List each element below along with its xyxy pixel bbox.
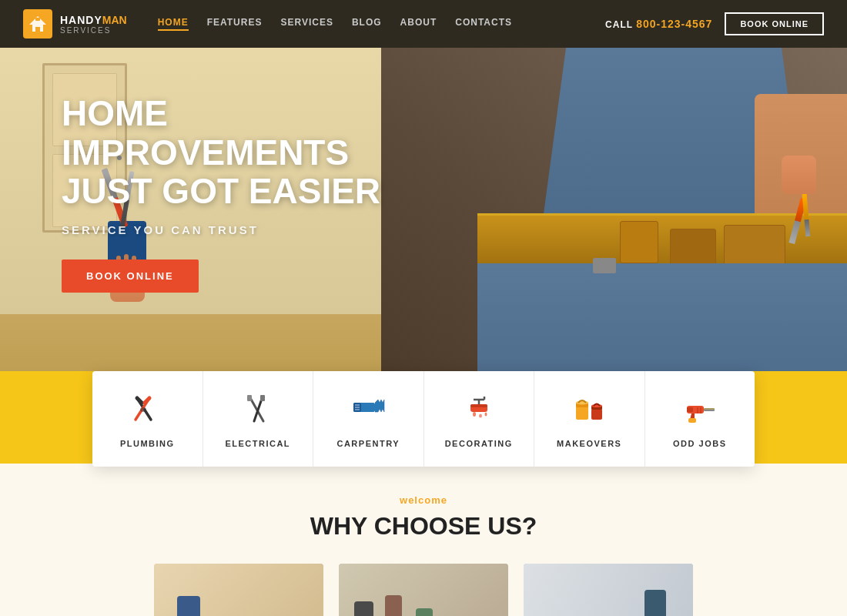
svg-point-22	[479, 414, 482, 418]
electrical-icon	[238, 390, 278, 430]
why-card-1	[154, 564, 323, 616]
nav-links: HOME FEATURES SERVICES BLOG ABOUT CONTAC…	[158, 17, 605, 31]
svg-rect-27	[591, 409, 602, 420]
nav-about[interactable]: ABOUT	[400, 17, 437, 31]
why-choose-section: welcome WHY CHOOSE US?	[0, 464, 847, 616]
logo-services: SERVICES	[60, 26, 127, 35]
svg-rect-36	[688, 418, 696, 423]
svg-point-26	[576, 401, 588, 405]
service-decorating[interactable]: DECORATING	[424, 371, 535, 467]
why-card-2	[339, 564, 508, 616]
plumbing-icon	[127, 390, 167, 430]
logo-man: MAN	[102, 14, 127, 26]
svg-point-21	[473, 412, 476, 417]
services-strip-container: PLUMBING ELECTRICAL	[0, 371, 847, 467]
hero-section: HOME IMPROVEMENTS JUST GOT EASIER SERVIC…	[0, 48, 847, 417]
decorating-icon	[459, 390, 499, 430]
navbar: HANDYMAN SERVICES HOME FEATURES SERVICES…	[0, 0, 847, 48]
services-strip: PLUMBING ELECTRICAL	[92, 371, 755, 467]
svg-point-29	[591, 404, 602, 407]
nav-home[interactable]: HOME	[158, 17, 189, 31]
nav-services[interactable]: SERVICES	[280, 17, 333, 31]
plumbing-label: PLUMBING	[120, 439, 175, 448]
why-welcome-text: welcome	[0, 494, 847, 506]
logo-handy: HANDY	[60, 14, 102, 26]
service-makeovers[interactable]: MAKEOVERS	[534, 371, 645, 467]
book-online-hero-button[interactable]: BOOK ONLINE	[62, 259, 199, 293]
svg-rect-10	[260, 395, 265, 401]
service-plumbing[interactable]: PLUMBING	[92, 371, 203, 467]
svg-rect-17	[470, 404, 487, 407]
svg-rect-1	[35, 18, 40, 21]
yellow-section: PLUMBING ELECTRICAL	[0, 371, 847, 464]
hero-subtitle: SERVICE YOU CAN TRUST	[62, 223, 431, 236]
nav-contacts[interactable]: CONTACTS	[455, 17, 512, 31]
svg-rect-31	[687, 407, 693, 412]
svg-rect-8	[247, 395, 252, 401]
why-cards	[0, 564, 847, 616]
oddjobs-icon	[680, 390, 720, 430]
why-title: WHY CHOOSE US?	[0, 512, 847, 541]
book-online-nav-button[interactable]: BOOK ONLINE	[725, 12, 824, 35]
svg-line-6	[145, 398, 149, 403]
carpentry-label: CARPENTRY	[336, 439, 400, 448]
makeovers-label: MAKEOVERS	[557, 439, 621, 448]
logo[interactable]: HANDYMAN SERVICES	[23, 9, 127, 38]
logo-text: HANDYMAN SERVICES	[60, 13, 127, 35]
nav-features[interactable]: FEATURES	[207, 17, 263, 31]
nav-right: CALL 800-123-4567 BOOK ONLINE	[605, 12, 824, 35]
makeovers-icon	[569, 390, 609, 430]
service-oddjobs[interactable]: ODD JOBS	[645, 371, 755, 467]
call-label: CALL 800-123-4567	[605, 18, 712, 30]
logo-icon	[23, 9, 52, 38]
svg-point-23	[484, 413, 487, 417]
why-card-3	[524, 564, 693, 616]
service-carpentry[interactable]: CARPENTRY	[313, 371, 424, 467]
hero-content: HOME IMPROVEMENTS JUST GOT EASIER SERVIC…	[0, 48, 431, 293]
oddjobs-label: ODD JOBS	[673, 439, 726, 448]
svg-rect-24	[576, 406, 588, 420]
decorating-label: DECORATING	[445, 439, 513, 448]
hero-title: HOME IMPROVEMENTS JUST GOT EASIER	[62, 94, 431, 211]
carpentry-icon	[348, 390, 388, 430]
nav-blog[interactable]: BLOG	[352, 17, 382, 31]
electrical-label: ELECTRICAL	[225, 439, 290, 448]
service-electrical[interactable]: ELECTRICAL	[203, 371, 314, 467]
svg-line-5	[137, 398, 142, 403]
hand-right	[782, 156, 816, 194]
phone-number: 800-123-4567	[636, 18, 712, 30]
svg-point-4	[140, 407, 146, 412]
